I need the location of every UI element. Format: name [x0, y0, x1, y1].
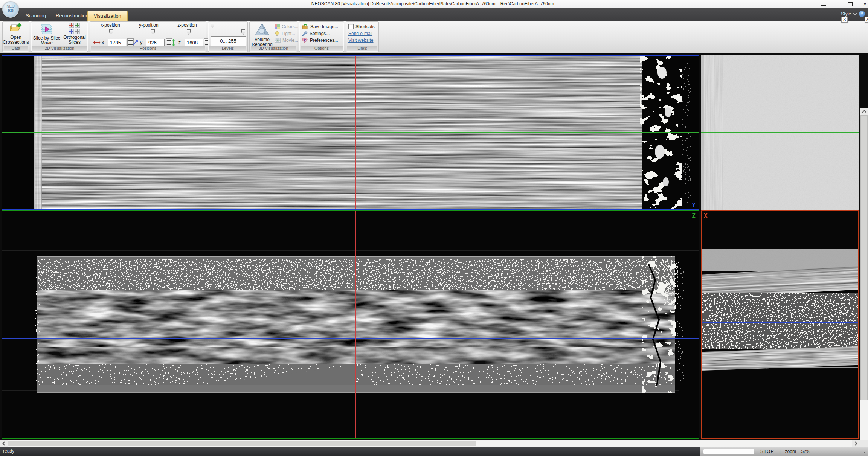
- ribbon: Open Crossections Data: [0, 21, 868, 53]
- slice-panel-y[interactable]: Y: [2, 55, 699, 210]
- group-label-options: Options: [301, 46, 343, 51]
- crosshair-z-red[interactable]: [355, 211, 356, 438]
- horizontal-scrollbar[interactable]: [0, 440, 868, 447]
- minimize-button[interactable]: [817, 0, 830, 8]
- slice-by-slice-movie-button[interactable]: Slice-by-Slice Movie: [32, 23, 61, 46]
- axis-label-x: X: [704, 212, 708, 219]
- chevron-left-icon: [2, 441, 6, 445]
- z-position-slider[interactable]: [171, 29, 204, 36]
- y-slider-thumb[interactable]: [151, 29, 155, 35]
- status-separator: |: [779, 449, 780, 454]
- colors-icon: [275, 24, 280, 29]
- stop-button[interactable]: STOP: [760, 449, 774, 454]
- axis-label-y: Y: [692, 201, 696, 209]
- keytip-help: A: [865, 17, 868, 23]
- vertical-scroll-thumb[interactable]: [860, 115, 868, 400]
- x-position-block: x-position x= 1785: [92, 23, 128, 47]
- x-axis-arrow-icon: [93, 40, 101, 46]
- z-slider-thumb[interactable]: [187, 29, 191, 35]
- level-max-slider[interactable]: [211, 29, 245, 36]
- style-dropdown[interactable]: Style: [841, 11, 851, 17]
- slice-movie-icon: [32, 23, 61, 35]
- shortcuts-checkbox[interactable]: [348, 24, 354, 29]
- scroll-left-button[interactable]: [0, 440, 8, 447]
- slice-panel-aux[interactable]: [701, 55, 859, 210]
- title-bar: NEOSCAN 80 [Visualization] D:\Results\co…: [0, 0, 868, 8]
- minimize-icon: [821, 5, 826, 6]
- chevron-down-icon[interactable]: [853, 12, 857, 15]
- save-image-button[interactable]: Save Image...: [302, 23, 338, 30]
- crosshair-y-green[interactable]: [2, 132, 699, 133]
- level-max-thumb[interactable]: [241, 29, 245, 35]
- x-position-slider[interactable]: [94, 29, 127, 36]
- vertical-scrollbar[interactable]: [860, 108, 868, 456]
- x-prefix: x=: [102, 40, 107, 45]
- open-crossections-button[interactable]: Open Crossections: [3, 23, 29, 45]
- shortcuts-toggle[interactable]: Shortcuts: [348, 23, 375, 30]
- send-email-link[interactable]: Send e-mail: [348, 30, 372, 37]
- close-button[interactable]: ×: [859, 0, 868, 8]
- crosshair-aux-green[interactable]: [701, 132, 859, 133]
- preferences-button[interactable]: Preferences...: [302, 37, 338, 43]
- horizontal-scroll-thumb[interactable]: [8, 441, 476, 446]
- level-min-slider[interactable]: [211, 23, 245, 29]
- app-logo[interactable]: NEO 80: [2, 1, 19, 18]
- preferences-heart-icon: [302, 37, 308, 43]
- crosshair-x-blue[interactable]: [702, 322, 858, 323]
- crosshair-z-blue[interactable]: [2, 338, 699, 339]
- slice-viewport: Y: [0, 53, 868, 440]
- movie-button[interactable]: Movie...: [275, 37, 298, 43]
- group-label-2d: 2D Visualization: [32, 46, 87, 51]
- scroll-right-button[interactable]: [852, 440, 859, 447]
- orthogonal-slices-button[interactable]: Orthogonal Slices: [61, 23, 88, 45]
- status-message: ready: [3, 447, 14, 456]
- slice-panel-x[interactable]: X: [701, 210, 859, 439]
- group-levels: 0... 255 Levels: [208, 21, 248, 52]
- progress-bar: [703, 449, 754, 454]
- maximize-icon: [848, 2, 853, 6]
- crosshair-x-green[interactable]: [781, 211, 781, 438]
- logo-text-bottom: 80: [3, 8, 18, 14]
- group-links: Shortcuts Send e-mail Visit website Link…: [346, 21, 379, 52]
- ct-image-z: [2, 211, 699, 438]
- tab-scanning[interactable]: Scanning: [20, 11, 52, 21]
- chevron-right-icon: [853, 441, 857, 445]
- y-position-slider[interactable]: [132, 29, 165, 36]
- level-min-thumb[interactable]: [211, 23, 214, 28]
- y-position-header: y-position: [131, 23, 167, 28]
- z-prefix: z=: [178, 40, 183, 45]
- resize-grip-icon[interactable]: [862, 450, 867, 455]
- z-position-header: z-position: [169, 23, 205, 28]
- volume-rendering-button[interactable]: Volume Rendering: [250, 23, 274, 47]
- group-label-data: Data: [4, 46, 28, 51]
- keytip-style: S: [841, 17, 848, 23]
- tab-visualization[interactable]: Visualization: [87, 11, 128, 21]
- scroll-up-button[interactable]: [860, 108, 868, 115]
- light-button[interactable]: Light...: [275, 30, 295, 37]
- neoscan-window: NEOSCAN 80 [Visualization] D:\Results\co…: [0, 0, 868, 456]
- group-data: Open Crossections Data: [2, 21, 29, 52]
- volume-rendering-icon: [250, 23, 274, 37]
- status-right-section: STOP | zoom = 52%: [700, 447, 868, 456]
- zoom-level: zoom = 52%: [785, 449, 810, 454]
- movie-icon: [275, 38, 281, 43]
- crosshair-y-red[interactable]: [355, 56, 356, 209]
- group-label-positions: Positions: [91, 46, 205, 51]
- group-label-3d: 3D Visualization: [251, 46, 296, 51]
- axis-label-z: Z: [692, 212, 696, 219]
- settings-button[interactable]: Settings...: [302, 30, 330, 37]
- x-slider-thumb[interactable]: [109, 29, 113, 35]
- y-position-block: y-position y= 926: [131, 23, 167, 47]
- close-icon: ×: [863, 0, 867, 8]
- group-2d-visualization: Slice-by-Slice Movie O: [31, 21, 88, 52]
- ribbon-tab-row: NEO 80 Scanning Reconstruction Visualiza…: [0, 8, 868, 21]
- maximize-button[interactable]: [844, 0, 856, 8]
- help-icon[interactable]: ?: [859, 11, 865, 17]
- window-title: NEOSCAN 80 [Visualization] D:\Results\co…: [0, 1, 868, 6]
- colors-button[interactable]: Colors...: [275, 23, 299, 30]
- z-position-block: z-position z= 1608: [169, 23, 205, 47]
- slice-panel-z[interactable]: Z: [2, 210, 699, 439]
- light-bulb-icon: [275, 31, 280, 36]
- visit-website-link[interactable]: Visit website: [348, 37, 373, 43]
- group-label-levels: Levels: [209, 46, 246, 51]
